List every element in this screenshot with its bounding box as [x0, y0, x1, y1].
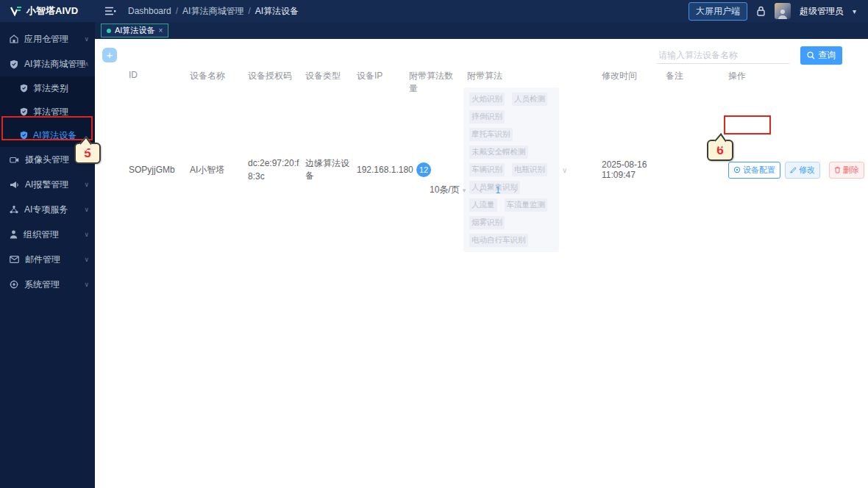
search-button[interactable]: 查询	[800, 46, 842, 65]
user-name[interactable]: 超级管理员	[800, 5, 844, 18]
sidebar-item-label: 系统管理	[24, 279, 60, 291]
chevron-down-icon: ∨	[84, 206, 89, 213]
trash-icon	[834, 166, 841, 173]
sidebar-item-label: 邮件管理	[25, 254, 60, 266]
pagination: 10条/页 ▾ ‹ 1 ›	[430, 184, 517, 196]
shield-icon	[10, 60, 18, 69]
sidebar-item-label: 摄像头管理	[25, 154, 69, 166]
gear-icon	[733, 166, 741, 173]
chevron-down-icon: ∨	[84, 281, 89, 288]
search-input[interactable]	[657, 47, 789, 64]
chevron-down-icon: ∨	[84, 256, 89, 263]
breadcrumb-market[interactable]: AI算法商城管理	[182, 5, 243, 18]
chevron-down-icon: ∨	[84, 35, 89, 43]
algo-tag: 车流量监测	[505, 198, 548, 212]
algo-tag: 人员检测	[512, 93, 547, 106]
sidebar-item-ai-special-service[interactable]: AI专项服务 ∨	[0, 197, 95, 222]
header-right: 大屏用户端 超级管理员 ▾	[689, 2, 868, 21]
add-device-button[interactable]: +	[102, 48, 117, 62]
sidebar-item-label: 应用仓管理	[24, 33, 68, 46]
sidebar-item-label: AI算法设备	[33, 129, 77, 142]
breadcrumb-dashboard[interactable]: Dashboard	[128, 6, 171, 16]
select-caret-icon: ▾	[463, 187, 466, 194]
chevron-down-icon: ∨	[84, 231, 89, 238]
tab-label: AI算法设备	[115, 25, 154, 36]
shield-icon	[20, 131, 28, 140]
search-area: 查询	[657, 46, 842, 65]
algo-tag: 摔倒识别	[469, 110, 505, 123]
person-icon	[10, 230, 18, 239]
cell-device-name: AI小智塔	[190, 164, 248, 176]
next-page-arrow[interactable]: ›	[513, 184, 516, 195]
sidebar-item-algo-category[interactable]: 算法类别	[0, 76, 95, 100]
tab-ai-algo-device[interactable]: AI算法设备 ×	[101, 24, 168, 37]
breadcrumb: Dashboard / AI算法商城管理 / AI算法设备	[128, 5, 299, 18]
page-size-select[interactable]: 10条/页 ▾	[430, 184, 466, 196]
sidebar-item-mail-management[interactable]: 邮件管理 ∨	[0, 247, 95, 272]
sidebar: 应用仓管理 ∨ AI算法商城管理 ∧ 算法类别 算法管理 AI算法设备	[0, 22, 95, 488]
app-logo: 小智塔AIVD	[0, 4, 95, 18]
lock-icon[interactable]	[756, 6, 766, 16]
warehouse-icon	[10, 35, 18, 43]
sidebar-item-label: 算法类别	[33, 82, 68, 95]
cell-auth-code: dc:2e:97:20:f8:3c	[248, 157, 305, 183]
user-dropdown-caret-icon[interactable]: ▾	[853, 7, 856, 15]
gear-icon	[10, 280, 18, 289]
sidebar-item-label: 算法管理	[33, 106, 68, 118]
algo-tag: 车辆识别	[469, 163, 505, 176]
hamburger-menu-icon[interactable]	[105, 7, 116, 15]
sidebar-item-ai-algo-market[interactable]: AI算法商城管理 ∧	[0, 51, 95, 76]
logo-text: 小智塔AIVD	[26, 4, 78, 18]
cell-modified-time: 2025-08-16 11:09:47	[602, 159, 666, 180]
sidebar-item-org-management[interactable]: 组织管理 ∨	[0, 222, 95, 247]
sidebar-item-app-warehouse[interactable]: 应用仓管理 ∨	[0, 26, 95, 51]
prev-page-arrow[interactable]: ‹	[479, 184, 482, 195]
big-screen-button[interactable]: 大屏用户端	[689, 2, 747, 21]
sidebar-item-system-management[interactable]: 系统管理 ∨	[0, 272, 95, 297]
breadcrumb-current: AI算法设备	[255, 5, 299, 18]
shield-icon	[20, 84, 28, 93]
chevron-down-icon: ∨	[84, 181, 89, 188]
current-page[interactable]: 1	[496, 185, 501, 195]
sidebar-item-algo-management[interactable]: 算法管理	[0, 100, 95, 123]
sidebar-item-label: AI报警管理	[25, 179, 68, 191]
table-row: SOPyjjGMb AI小智塔 dc:2e:97:20:f8:3c 边缘算法设备…	[95, 87, 868, 252]
sidebar-item-label: AI算法商城管理	[24, 58, 85, 71]
sidebar-item-ai-alarm[interactable]: AI报警管理 ∨	[0, 172, 95, 197]
algorithms-cell: 火焰识别 人员检测 摔倒识别 摩托车识别 未戴安全帽检测 车辆识别 电瓶识别 人…	[463, 87, 596, 252]
algo-tag: 火焰识别	[469, 93, 505, 106]
annotation-callout-6: 6	[707, 140, 733, 161]
tab-bar: AI算法设备 ×	[95, 22, 868, 39]
expand-chevron-icon[interactable]: ∨	[562, 166, 567, 174]
network-icon	[10, 205, 18, 214]
shield-icon	[20, 107, 28, 116]
algo-tag: 未戴安全帽检测	[469, 146, 528, 159]
algorithms-box: 火焰识别 人员检测 摔倒识别 摩托车识别 未戴安全帽检测 车辆识别 电瓶识别 人…	[463, 87, 559, 252]
cell-device-type: 边缘算法设备	[305, 157, 357, 182]
tab-close-icon[interactable]: ×	[158, 26, 163, 35]
edit-button[interactable]: 修改	[785, 162, 820, 179]
cell-id: SOPyjjGMb	[129, 165, 190, 175]
top-header: 小智塔AIVD Dashboard / AI算法商城管理 / AI算法设备 大屏…	[0, 0, 868, 22]
algo-tag: 电瓶识别	[512, 163, 547, 176]
sidebar-item-label: 组织管理	[24, 229, 59, 241]
sidebar-submenu: 算法类别 算法管理 AI算法设备	[0, 76, 95, 147]
logo-icon	[10, 6, 22, 16]
algo-tag: 烟雾识别	[469, 216, 505, 229]
search-icon	[807, 51, 815, 60]
edit-icon	[790, 167, 797, 173]
main-content: + 查询 ID 设备名称 设备授权码 设备类型 设备IP 附带算法数量 附带算法…	[95, 39, 868, 488]
cell-device-ip: 192.168.1.180	[357, 165, 409, 175]
active-tab-dot	[107, 29, 111, 33]
algo-tag: 电动自行车识别	[469, 234, 528, 247]
device-config-button[interactable]: 设备配置	[728, 162, 780, 179]
user-avatar[interactable]	[775, 3, 791, 19]
algo-count-badge: 12	[416, 162, 431, 177]
camera-icon	[10, 156, 19, 164]
actions-cell: 设备配置 修改 删除	[728, 162, 836, 179]
annotation-callout-5: 5	[74, 143, 101, 164]
mail-icon	[10, 256, 19, 263]
algo-tag: 摩托车识别	[469, 128, 513, 141]
delete-button[interactable]: 删除	[829, 162, 864, 179]
chevron-up-icon: ∧	[84, 60, 89, 68]
